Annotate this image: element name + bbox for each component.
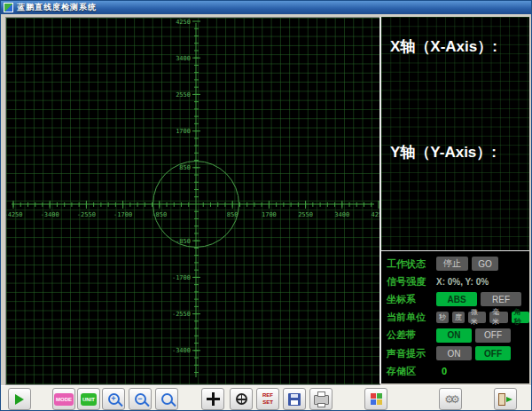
unit-option-um[interactable]: 微米 — [468, 312, 486, 323]
tolerance-row: 公差带 ON OFF — [387, 328, 529, 343]
sound-on-button[interactable]: ON — [436, 346, 472, 360]
floppy-save-icon — [288, 393, 301, 406]
current-unit-row: 当前单位 秒 度 微米 毫米 角秒 — [387, 311, 529, 324]
tolerance-on-button[interactable]: ON — [436, 328, 472, 343]
work-status-label: 工作状态 — [387, 257, 433, 271]
unit-button[interactable]: UNIT — [77, 388, 100, 410]
printer-icon — [314, 395, 329, 405]
bottom-toolbar: MODE UNIT + − REF SET ⚙⚙ — [1, 385, 531, 411]
gears-icon: ⚙⚙ — [444, 394, 457, 405]
y-axis-label: Y轴（Y-Axis）: — [390, 142, 529, 162]
coordinate-system-label: 坐标系 — [387, 293, 433, 306]
crosshair-icon — [207, 392, 220, 406]
svg-text:850: 850 — [227, 211, 239, 218]
axis-readout-panel: X轴（X-Axis）: Y轴（Y-Axis）: — [379, 17, 529, 250]
stop-button[interactable]: 停止 — [436, 257, 468, 271]
abs-button[interactable]: ABS — [436, 292, 477, 306]
sound-label: 声音提示 — [387, 347, 433, 360]
display-button[interactable] — [364, 388, 387, 410]
unit-option-mm[interactable]: 毫米 — [489, 312, 507, 323]
start-arrow-icon — [15, 394, 24, 405]
graph-plot: -4250-3400-2550-1700-8508501700255034004… — [6, 18, 379, 384]
color-grid-icon — [371, 393, 382, 405]
titlebar: 蓝鹏直线度检测系统 — [1, 1, 531, 14]
save-button[interactable] — [283, 388, 306, 410]
current-unit-label: 当前单位 — [387, 311, 433, 324]
svg-text:-1700: -1700 — [172, 274, 191, 281]
svg-text:1700: 1700 — [262, 211, 277, 218]
unit-option-sec[interactable]: 秒 — [436, 312, 449, 323]
zoom-out-button[interactable]: − — [129, 388, 152, 410]
signal-strength-row: 信号强度 X: 0%, Y: 0% — [387, 275, 529, 288]
crosshair-button[interactable] — [201, 388, 224, 410]
app-icon — [4, 3, 13, 12]
storage-row: 存储区 0 — [387, 365, 529, 378]
svg-text:-2550: -2550 — [172, 311, 191, 318]
unit-active-button[interactable]: 角秒 — [512, 312, 529, 323]
window-title: 蓝鹏直线度检测系统 — [17, 2, 97, 13]
unit-option-deg[interactable]: 度 — [452, 312, 465, 323]
tolerance-label: 公差带 — [387, 328, 433, 342]
ref-set-icon: REF SET — [259, 392, 277, 405]
work-status-row: 工作状态 停止 GO — [387, 257, 529, 271]
go-button[interactable]: GO — [472, 257, 498, 271]
zoom-in-button[interactable]: + — [102, 388, 125, 410]
zoom-reset-icon — [161, 393, 173, 405]
svg-text:-2550: -2550 — [77, 211, 96, 218]
control-panel: 工作状态 停止 GO 信号强度 X: 0%, Y: 0% 坐标系 ABS REF… — [379, 250, 529, 383]
svg-text:-3400: -3400 — [41, 211, 59, 218]
ref-button[interactable]: REF — [481, 292, 521, 306]
x-axis-label: X轴（X-Axis）: — [390, 36, 529, 57]
storage-value: 0 — [442, 366, 447, 376]
svg-text:2550: 2550 — [298, 211, 313, 218]
svg-text:3400: 3400 — [176, 55, 191, 62]
storage-label: 存储区 — [387, 365, 433, 378]
exit-button[interactable] — [494, 388, 517, 410]
measurement-graph: -4250-3400-2550-1700-8508501700255034004… — [5, 17, 380, 385]
coordinate-system-row: 坐标系 ABS REF — [387, 292, 529, 306]
svg-text:4250: 4250 — [372, 211, 379, 218]
center-target-button[interactable] — [230, 388, 253, 410]
sound-row: 声音提示 ON OFF — [387, 346, 529, 360]
svg-text:4250: 4250 — [176, 19, 191, 26]
svg-text:850: 850 — [179, 164, 191, 171]
svg-text:2550: 2550 — [176, 91, 191, 99]
signal-strength-label: 信号强度 — [387, 275, 433, 288]
tolerance-off-button[interactable]: OFF — [475, 328, 511, 343]
signal-strength-value: X: 0%, Y: 0% — [436, 277, 489, 287]
svg-text:3400: 3400 — [334, 211, 349, 218]
unit-icon: UNIT — [81, 393, 97, 406]
settings-button[interactable]: ⚙⚙ — [439, 388, 462, 410]
target-icon — [236, 393, 247, 405]
zoom-out-icon: − — [135, 393, 146, 405]
zoom-in-icon: + — [108, 393, 120, 405]
sound-off-button[interactable]: OFF — [475, 346, 511, 360]
svg-text:-3400: -3400 — [172, 347, 191, 354]
svg-text:-1700: -1700 — [113, 211, 132, 218]
print-button[interactable] — [309, 388, 332, 410]
svg-text:-4250: -4250 — [6, 211, 23, 218]
exit-door-icon — [498, 393, 512, 406]
start-button[interactable] — [8, 388, 31, 410]
mode-button[interactable]: MODE — [52, 388, 75, 410]
app-window: 蓝鹏直线度检测系统 -4250-3400-2550-1700-850850170… — [0, 0, 532, 411]
svg-text:1700: 1700 — [176, 128, 191, 135]
mode-icon: MODE — [54, 393, 74, 406]
zoom-reset-button[interactable] — [155, 388, 178, 410]
ref-set-button[interactable]: REF SET — [256, 388, 279, 410]
